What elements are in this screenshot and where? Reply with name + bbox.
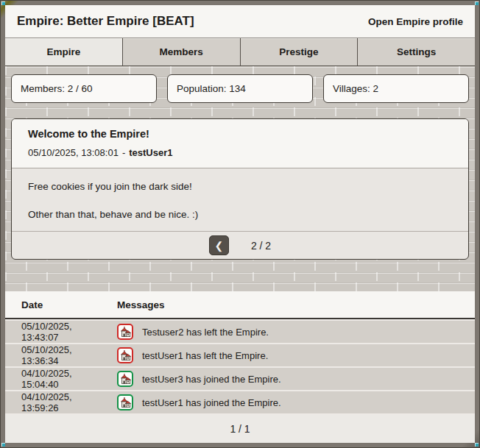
announcement-body: Free cookies if you join the dark side! …	[12, 168, 468, 231]
log-row-message-text: Testuser2 has left the Empire.	[142, 327, 269, 338]
village-left-icon	[117, 324, 133, 340]
announcement-line: Other than that, behave and be nice. :)	[28, 209, 452, 220]
log-row-date: 04/10/2025, 15:04:40	[5, 368, 101, 390]
resize-handle-top-right	[475, 1, 479, 5]
log-page-indicator: 1 / 1	[230, 423, 250, 435]
log-header-row: Date Messages	[5, 291, 475, 319]
village-joined-icon	[117, 371, 133, 387]
tab-members[interactable]: Members	[123, 38, 241, 65]
announcement-header: Welcome to the Empire! 05/10/2025, 13:08…	[12, 119, 468, 168]
log-row-message-cell: Testuser2 has left the Empire.	[101, 324, 269, 340]
log-row-date: 05/10/2025, 13:43:07	[5, 321, 101, 343]
log-row-date: 04/10/2025, 13:59:26	[5, 391, 101, 413]
window-body: Empire: Better Empire [BEAT] Open Empire…	[5, 5, 475, 443]
announcement-panel: Welcome to the Empire! 05/10/2025, 13:08…	[11, 118, 469, 260]
open-empire-profile-link[interactable]: Open Empire profile	[368, 16, 463, 27]
log-row-message-text: testUser1 has joined the Empire.	[142, 397, 281, 408]
stats-row: Members: 2 / 60 Population: 134 Villages…	[11, 74, 469, 103]
log-pagination: 1 / 1	[5, 413, 475, 443]
window-title: Empire: Better Empire [BEAT]	[17, 14, 194, 29]
resize-handle-bottom-right	[475, 443, 479, 447]
members-count-box: Members: 2 / 60	[11, 74, 157, 103]
announcement-page-indicator: 2 / 2	[251, 240, 271, 252]
announcement-line: Free cookies if you join the dark side!	[28, 181, 452, 192]
tab-empire[interactable]: Empire	[5, 38, 123, 65]
empire-window: Empire: Better Empire [BEAT] Open Empire…	[0, 0, 480, 448]
log-row: 05/10/2025, 13:43:07	[5, 319, 475, 343]
log-header-date: Date	[5, 299, 101, 310]
tab-bar: Empire Members Prestige Settings	[5, 38, 475, 66]
announcement-timestamp: 05/10/2025, 13:08:01	[28, 147, 119, 158]
villages-box: Villages: 2	[323, 74, 469, 103]
meta-separator: -	[122, 147, 125, 158]
log-row: 04/10/2025, 13:59:26	[5, 390, 475, 413]
announcement-meta: 05/10/2025, 13:08:01-testUser1	[28, 147, 452, 158]
previous-page-button[interactable]: ❮	[209, 235, 229, 255]
empire-tab-content: Members: 2 / 60 Population: 134 Villages…	[5, 66, 475, 443]
log-row: 04/10/2025, 15:04:40	[5, 366, 475, 390]
log-row-message-text: testUser1 has left the Empire.	[142, 350, 268, 361]
announcement-author: testUser1	[129, 147, 172, 158]
chevron-left-icon: ❮	[215, 240, 224, 252]
log-row-message-cell: testUser3 has joined the Empire.	[101, 371, 281, 387]
log-header-messages: Messages	[101, 299, 165, 310]
population-box: Population: 134	[167, 74, 313, 103]
resize-handle-bottom-left	[1, 443, 5, 447]
log-row-message-cell: testUser1 has left the Empire.	[101, 347, 268, 363]
log-row-date: 05/10/2025, 13:36:34	[5, 344, 101, 366]
announcement-title: Welcome to the Empire!	[28, 128, 452, 140]
tab-settings[interactable]: Settings	[358, 38, 475, 65]
log-row: 05/10/2025, 13:36:34	[5, 343, 475, 366]
log-row-message-text: testUser3 has joined the Empire.	[142, 374, 281, 385]
event-log-table: Date Messages 05/10/2025, 13:43:07	[5, 291, 475, 443]
village-left-icon	[117, 347, 133, 363]
tab-prestige[interactable]: Prestige	[241, 38, 359, 65]
resize-handle-top-left	[1, 1, 5, 5]
announcement-pagination: ❮ 2 / 2	[12, 231, 468, 259]
village-joined-icon	[117, 394, 133, 410]
log-row-message-cell: testUser1 has joined the Empire.	[101, 394, 281, 410]
title-bar: Empire: Better Empire [BEAT] Open Empire…	[5, 5, 475, 38]
